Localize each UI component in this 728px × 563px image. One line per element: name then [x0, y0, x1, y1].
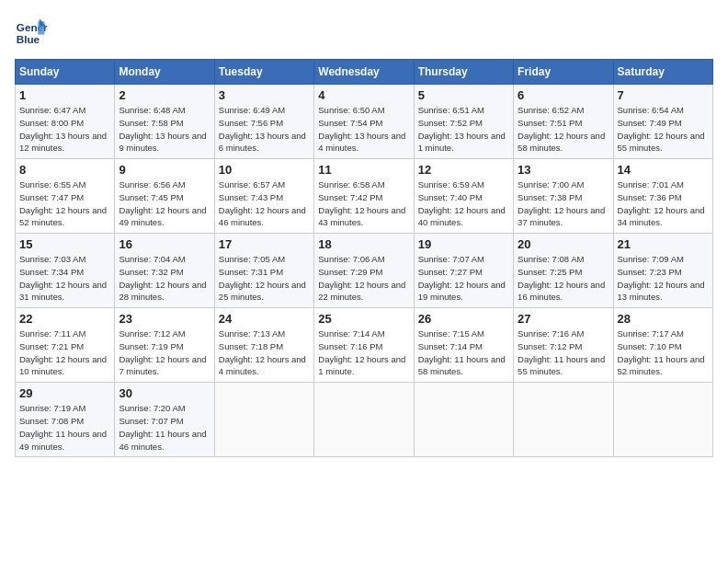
calendar-cell: 1 Sunrise: 6:47 AMSunset: 8:00 PMDayligh… [16, 85, 115, 159]
day-info: Sunrise: 6:54 AMSunset: 7:49 PMDaylight:… [618, 105, 705, 153]
col-header-thursday: Thursday [414, 60, 513, 85]
day-number: 23 [119, 312, 210, 326]
calendar-cell: 28 Sunrise: 7:17 AMSunset: 7:10 PMDaylig… [613, 308, 712, 383]
day-number: 8 [19, 163, 110, 177]
day-number: 16 [119, 237, 210, 251]
day-number: 5 [418, 88, 509, 102]
calendar-cell: 16 Sunrise: 7:04 AMSunset: 7:32 PMDaylig… [115, 234, 214, 308]
day-info: Sunrise: 6:50 AMSunset: 7:54 PMDaylight:… [318, 105, 405, 153]
calendar-table: SundayMondayTuesdayWednesdayThursdayFrid… [15, 59, 713, 457]
day-number: 27 [518, 312, 609, 326]
col-header-sunday: Sunday [16, 60, 115, 85]
day-info: Sunrise: 6:49 AMSunset: 7:56 PMDaylight:… [219, 105, 306, 153]
day-number: 12 [418, 163, 509, 177]
calendar-cell: 21 Sunrise: 7:09 AMSunset: 7:23 PMDaylig… [613, 234, 712, 308]
day-number: 24 [219, 312, 310, 326]
calendar-cell: 30 Sunrise: 7:20 AMSunset: 7:07 PMDaylig… [115, 383, 214, 457]
calendar-cell [214, 383, 313, 457]
day-info: Sunrise: 7:05 AMSunset: 7:31 PMDaylight:… [219, 254, 306, 302]
calendar-cell: 18 Sunrise: 7:06 AMSunset: 7:29 PMDaylig… [314, 234, 414, 308]
svg-text:Blue: Blue [17, 33, 40, 45]
day-number: 28 [618, 312, 709, 326]
day-number: 20 [518, 237, 609, 251]
calendar-cell: 22 Sunrise: 7:11 AMSunset: 7:21 PMDaylig… [16, 308, 115, 383]
page-header: General Blue [15, 15, 713, 48]
day-number: 19 [418, 237, 509, 251]
day-number: 18 [318, 237, 409, 251]
day-info: Sunrise: 7:12 AMSunset: 7:19 PMDaylight:… [119, 328, 206, 376]
day-number: 2 [119, 88, 210, 102]
calendar-cell [514, 383, 613, 457]
day-info: Sunrise: 6:56 AMSunset: 7:45 PMDaylight:… [119, 179, 206, 227]
day-info: Sunrise: 7:03 AMSunset: 7:34 PMDaylight:… [19, 254, 107, 302]
calendar-cell: 29 Sunrise: 7:19 AMSunset: 7:08 PMDaylig… [16, 383, 115, 457]
calendar-cell: 27 Sunrise: 7:16 AMSunset: 7:12 PMDaylig… [514, 308, 613, 383]
col-header-tuesday: Tuesday [214, 60, 313, 85]
day-number: 3 [219, 88, 310, 102]
calendar-cell: 5 Sunrise: 6:51 AMSunset: 7:52 PMDayligh… [414, 85, 513, 159]
calendar-cell: 24 Sunrise: 7:13 AMSunset: 7:18 PMDaylig… [214, 308, 313, 383]
day-info: Sunrise: 7:15 AMSunset: 7:14 PMDaylight:… [418, 328, 506, 376]
calendar-cell: 19 Sunrise: 7:07 AMSunset: 7:27 PMDaylig… [414, 234, 513, 308]
day-info: Sunrise: 7:20 AMSunset: 7:07 PMDaylight:… [119, 403, 206, 451]
day-number: 4 [318, 88, 409, 102]
col-header-wednesday: Wednesday [314, 60, 414, 85]
day-info: Sunrise: 6:51 AMSunset: 7:52 PMDaylight:… [418, 105, 506, 153]
day-info: Sunrise: 7:11 AMSunset: 7:21 PMDaylight:… [19, 328, 107, 376]
day-number: 30 [119, 386, 210, 400]
day-info: Sunrise: 7:00 AMSunset: 7:38 PMDaylight:… [518, 179, 605, 227]
day-info: Sunrise: 7:04 AMSunset: 7:32 PMDaylight:… [119, 254, 206, 302]
day-info: Sunrise: 7:14 AMSunset: 7:16 PMDaylight:… [318, 328, 405, 376]
day-info: Sunrise: 7:13 AMSunset: 7:18 PMDaylight:… [219, 328, 306, 376]
day-number: 26 [418, 312, 509, 326]
day-number: 17 [219, 237, 310, 251]
day-info: Sunrise: 7:08 AMSunset: 7:25 PMDaylight:… [518, 254, 605, 302]
day-number: 29 [19, 386, 110, 400]
day-number: 7 [618, 88, 709, 102]
calendar-cell: 15 Sunrise: 7:03 AMSunset: 7:34 PMDaylig… [16, 234, 115, 308]
calendar-cell: 3 Sunrise: 6:49 AMSunset: 7:56 PMDayligh… [214, 85, 313, 159]
calendar-cell [314, 383, 414, 457]
calendar-cell: 20 Sunrise: 7:08 AMSunset: 7:25 PMDaylig… [514, 234, 613, 308]
day-number: 25 [318, 312, 409, 326]
col-header-friday: Friday [514, 60, 613, 85]
calendar-cell [613, 383, 712, 457]
logo-icon: General Blue [15, 15, 48, 48]
day-number: 22 [19, 312, 110, 326]
calendar-cell: 8 Sunrise: 6:55 AMSunset: 7:47 PMDayligh… [16, 159, 115, 234]
calendar-cell: 26 Sunrise: 7:15 AMSunset: 7:14 PMDaylig… [414, 308, 513, 383]
day-number: 6 [518, 88, 609, 102]
calendar-cell: 11 Sunrise: 6:58 AMSunset: 7:42 PMDaylig… [314, 159, 414, 234]
col-header-monday: Monday [115, 60, 214, 85]
day-info: Sunrise: 6:48 AMSunset: 7:58 PMDaylight:… [119, 105, 206, 153]
calendar-cell [414, 383, 513, 457]
calendar-cell: 7 Sunrise: 6:54 AMSunset: 7:49 PMDayligh… [613, 85, 712, 159]
calendar-cell: 9 Sunrise: 6:56 AMSunset: 7:45 PMDayligh… [115, 159, 214, 234]
day-number: 11 [318, 163, 409, 177]
day-info: Sunrise: 6:58 AMSunset: 7:42 PMDaylight:… [318, 179, 405, 227]
calendar-cell: 6 Sunrise: 6:52 AMSunset: 7:51 PMDayligh… [514, 85, 613, 159]
day-number: 9 [119, 163, 210, 177]
calendar-cell: 13 Sunrise: 7:00 AMSunset: 7:38 PMDaylig… [514, 159, 613, 234]
day-number: 15 [19, 237, 110, 251]
day-number: 14 [618, 163, 709, 177]
calendar-cell: 14 Sunrise: 7:01 AMSunset: 7:36 PMDaylig… [613, 159, 712, 234]
calendar-cell: 17 Sunrise: 7:05 AMSunset: 7:31 PMDaylig… [214, 234, 313, 308]
logo: General Blue [15, 15, 51, 48]
day-info: Sunrise: 6:55 AMSunset: 7:47 PMDaylight:… [19, 179, 107, 227]
day-info: Sunrise: 6:57 AMSunset: 7:43 PMDaylight:… [219, 179, 306, 227]
day-info: Sunrise: 7:19 AMSunset: 7:08 PMDaylight:… [19, 403, 107, 451]
day-info: Sunrise: 7:17 AMSunset: 7:10 PMDaylight:… [618, 328, 705, 376]
day-number: 10 [219, 163, 310, 177]
day-info: Sunrise: 7:07 AMSunset: 7:27 PMDaylight:… [418, 254, 506, 302]
day-info: Sunrise: 7:06 AMSunset: 7:29 PMDaylight:… [318, 254, 405, 302]
day-number: 1 [19, 88, 110, 102]
day-number: 21 [618, 237, 709, 251]
day-info: Sunrise: 7:09 AMSunset: 7:23 PMDaylight:… [618, 254, 705, 302]
day-info: Sunrise: 6:59 AMSunset: 7:40 PMDaylight:… [418, 179, 506, 227]
calendar-cell: 2 Sunrise: 6:48 AMSunset: 7:58 PMDayligh… [115, 85, 214, 159]
day-info: Sunrise: 6:47 AMSunset: 8:00 PMDaylight:… [19, 105, 107, 153]
calendar-cell: 12 Sunrise: 6:59 AMSunset: 7:40 PMDaylig… [414, 159, 513, 234]
calendar-cell: 4 Sunrise: 6:50 AMSunset: 7:54 PMDayligh… [314, 85, 414, 159]
calendar-cell: 10 Sunrise: 6:57 AMSunset: 7:43 PMDaylig… [214, 159, 313, 234]
